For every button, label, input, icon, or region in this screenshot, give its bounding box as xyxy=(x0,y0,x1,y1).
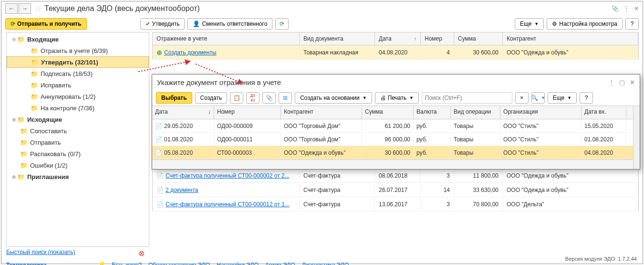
action-link[interactable]: Создать документы xyxy=(164,49,217,56)
pcol-datein[interactable]: Дата вх. xyxy=(582,106,626,119)
folder-icon: 📁 xyxy=(31,70,38,77)
popup-help-button[interactable]: ? xyxy=(580,92,593,104)
action-link[interactable]: Счет-фактура полученный СТ00-000002 от 2… xyxy=(166,172,290,179)
nav-back-button[interactable]: ← xyxy=(5,3,18,14)
more-button[interactable]: Еще▼ xyxy=(515,18,544,30)
action-link[interactable]: Счет-фактура полученный СТ00-000012 от 1… xyxy=(166,201,290,208)
folder-icon: 📁 xyxy=(31,47,38,54)
table-row[interactable]: 📄Счет-фактура полученный СТ00-000012 от … xyxy=(152,197,639,212)
col-counterparty[interactable]: Контрагент xyxy=(503,32,638,45)
idea-link[interactable]: Есть идея? xyxy=(112,262,142,265)
nav-forward-button[interactable]: → xyxy=(19,3,31,14)
col-reflect[interactable]: Отражение в учете xyxy=(153,32,300,45)
popup-maximize-icon[interactable]: ▢ xyxy=(619,79,625,86)
popup-create-button[interactable]: Создать xyxy=(195,92,228,104)
table-row[interactable]: 📄Счет-фактура полученный СТ00-000002 от … xyxy=(152,169,639,183)
popup-attach-button[interactable]: 📎 xyxy=(262,92,276,104)
view-settings-button[interactable]: ⚙ Настройка просмотра xyxy=(547,18,623,30)
folder-icon: 📁 xyxy=(31,59,39,66)
tree-item[interactable]: 📁Аннулировать (1/2) xyxy=(7,91,149,102)
folder-icon: 📁 xyxy=(20,162,28,169)
document-icon: 📄 xyxy=(156,172,164,179)
pcol-org[interactable]: Организация xyxy=(500,106,582,119)
tree-item[interactable]: 📁Отправить xyxy=(7,137,149,148)
popup-more-icon[interactable]: ⋮ xyxy=(608,79,614,86)
pcol-date[interactable]: Дата ↓ xyxy=(152,106,214,119)
popup-select-button[interactable]: Выбрать xyxy=(156,92,192,104)
more-icon[interactable]: ⋮ xyxy=(623,5,629,12)
diag-link[interactable]: Диагностика ЭДО xyxy=(302,262,349,265)
tree-item[interactable]: 📁Подписать (18/53) xyxy=(7,68,149,79)
popup-scrollbar[interactable] xyxy=(633,106,640,169)
popup-copy-button[interactable]: 📋 xyxy=(230,92,243,104)
popup-search-input[interactable] xyxy=(422,92,512,104)
folder-tree[interactable]: ⊖📁Входящие📁Отразить в учете (6/39)📁Утвер… xyxy=(6,32,149,247)
pcol-sum[interactable]: Сумма xyxy=(362,106,414,119)
clear-search-icon[interactable]: ⊗ xyxy=(138,249,145,258)
tree-item[interactable]: 📁Отразить в учете (6/39) xyxy=(7,45,149,56)
help-button[interactable]: ? xyxy=(625,18,639,30)
tree-item[interactable]: 📁Сопоставить xyxy=(7,125,149,137)
document-icon: 📄 xyxy=(155,123,162,129)
quick-search-link[interactable]: Быстрый поиск (показать) xyxy=(6,249,75,255)
tree-item[interactable]: ⊖📁Входящие xyxy=(7,33,149,45)
plus-icon: ⊕ xyxy=(156,49,162,56)
change-responsible-button[interactable]: 👤 Сменить ответственного xyxy=(187,18,272,30)
tree-item[interactable]: 📁Ошибки (1/2) xyxy=(7,159,149,171)
folder-icon: 📁 xyxy=(20,150,28,158)
popup-table-row[interactable]: 📄 29.05.2020ОД00-000009ООО "Торговый Дом… xyxy=(152,119,633,133)
col-sum[interactable]: Сумма xyxy=(454,32,503,45)
col-date[interactable]: Дата xyxy=(375,32,421,45)
tree-item[interactable]: ⊕📁Исходящие xyxy=(7,114,149,125)
table-row[interactable]: 📄2 документаСчет-фактура26.07.20171433 6… xyxy=(152,183,639,197)
archive-link[interactable]: Архив ЭДО xyxy=(265,262,295,265)
popup-table-row[interactable]: 📄 05.08.2020СТ00-000003ООО "Одежда и обу… xyxy=(152,146,633,159)
action-link[interactable]: 2 документа xyxy=(166,187,198,193)
close-icon[interactable]: ✕ xyxy=(634,5,639,12)
folder-icon: 📁 xyxy=(20,127,28,135)
popup-close-icon[interactable]: ✕ xyxy=(630,79,635,86)
folder-icon: 📁 xyxy=(31,105,38,112)
bulb-icon: 💡 xyxy=(98,262,105,265)
favorite-star-icon[interactable]: ☆ xyxy=(35,4,42,13)
popup-search-button[interactable]: 🔍▼ xyxy=(531,92,545,104)
folder-icon: 📁 xyxy=(17,36,25,43)
document-icon: 📄 xyxy=(156,201,164,208)
popup-title: Укажите документ отражения в учете xyxy=(157,78,281,86)
folder-icon: 📁 xyxy=(20,139,28,146)
table-row[interactable]: ⊕Создать документыТоварная накладная04.0… xyxy=(152,45,639,60)
tree-item[interactable]: 📁Распаковать (0/7) xyxy=(7,148,149,159)
status-link[interactable]: Общее состояние ЭДО xyxy=(148,262,210,265)
popup-struct-button[interactable]: ⊞ xyxy=(279,92,292,104)
refresh-button[interactable]: ⟳ xyxy=(275,18,289,30)
folder-icon: 📁 xyxy=(17,173,25,180)
folder-icon: 📁 xyxy=(31,82,38,89)
tree-item[interactable]: ⊕📁Приглашения xyxy=(7,171,149,182)
tree-item[interactable]: 📁На контроле (7/36) xyxy=(7,102,149,114)
main-table-header: Отражение в учете Вид документа Дата Ном… xyxy=(152,32,639,45)
document-icon: 📄 xyxy=(155,136,162,143)
popup-dtkt-button[interactable]: ДтКт xyxy=(246,92,260,104)
pcol-currency[interactable]: Валюта xyxy=(414,106,451,119)
version-text: Версия модуля ЭДО: 1.7.2.44 xyxy=(565,256,637,262)
popup-create-based-button[interactable]: Создать на основании▼ xyxy=(295,92,372,104)
col-number[interactable]: Номер xyxy=(421,32,454,45)
select-document-dialog: Укажите документ отражения в учете ⋮ ▢ ✕… xyxy=(152,74,640,170)
popup-more-button[interactable]: Еще▼ xyxy=(548,92,577,104)
send-receive-button[interactable]: ⟳ Отправить и получить xyxy=(5,18,87,30)
tree-item[interactable]: 📁Исправить xyxy=(7,79,149,91)
popup-table-row[interactable]: 📄 01.08.2020ОД00-000011ООО "Торговый Дом… xyxy=(152,133,633,146)
window-title: Текущие дела ЭДО (весь документооборот) xyxy=(44,4,200,13)
document-icon: 📄 xyxy=(155,149,162,156)
approve-button[interactable]: ✔ Утвердить xyxy=(140,18,185,30)
popup-print-button[interactable]: 🖨 Печать▼ xyxy=(375,92,419,104)
popup-search-clear-button[interactable]: × xyxy=(515,92,529,104)
col-doctype[interactable]: Вид документа xyxy=(300,32,375,45)
tree-item[interactable]: 📁Утвердить (32/101) xyxy=(7,56,149,68)
support-link[interactable]: Техподдержка xyxy=(6,262,47,265)
pcol-counterparty[interactable]: Контрагент xyxy=(281,106,362,119)
settings-link[interactable]: Настройки ЭДО xyxy=(217,262,259,265)
attach-icon[interactable]: 📎 xyxy=(612,5,619,12)
pcol-optype[interactable]: Вид операции xyxy=(451,106,500,119)
pcol-number[interactable]: Номер xyxy=(214,106,281,119)
